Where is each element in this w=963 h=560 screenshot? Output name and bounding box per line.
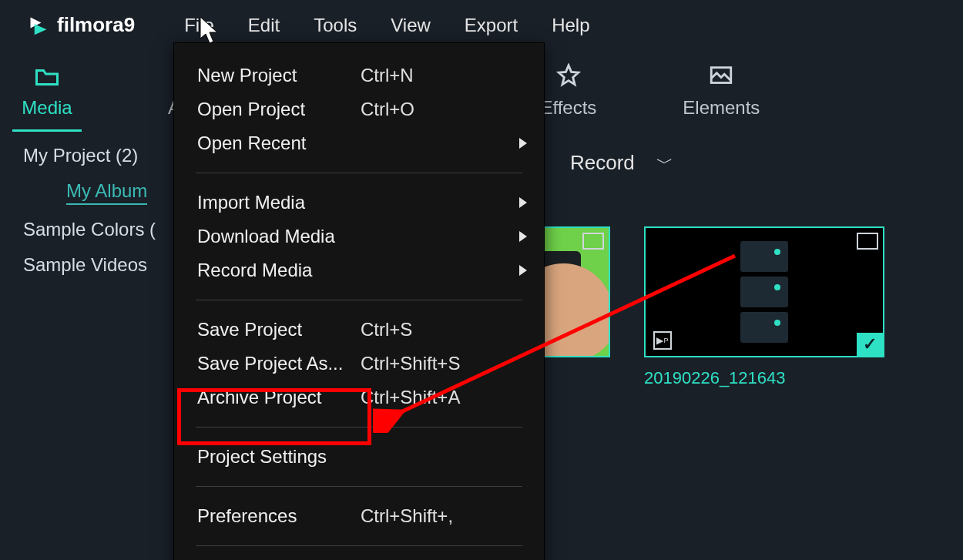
menu-help[interactable]: Help [552, 15, 589, 36]
file-menu-archive-project[interactable]: Archive Project Ctrl+Shift+A [174, 381, 544, 414]
clip-type-icon [582, 233, 604, 250]
menu-view[interactable]: View [391, 15, 431, 36]
file-menu-project-settings[interactable]: Project Settings [174, 440, 544, 474]
sidebar-item-my-album[interactable]: My Album [23, 180, 156, 205]
logo-mark-icon [28, 15, 49, 36]
file-menu-dropdown: New Project Ctrl+N Open Project Ctrl+O O… [173, 42, 545, 560]
record-dropdown[interactable]: Record ﹀ [570, 151, 673, 175]
svg-marker-1 [35, 24, 47, 35]
submenu-arrow-icon [519, 265, 527, 276]
media-thumb-1[interactable]: ▶P ✓ [644, 226, 884, 357]
tab-effects-label: Effects [540, 97, 596, 119]
file-menu-record-media[interactable]: Record Media [174, 253, 544, 287]
play-icon[interactable]: ▶P [653, 331, 672, 350]
sidebar-item-sample-videos[interactable]: Sample Videos [23, 254, 156, 276]
tab-elements[interactable]: Elements [683, 62, 760, 119]
menu-file[interactable]: File [184, 15, 214, 36]
media-thumb-1-caption: 20190226_121643 [644, 368, 786, 388]
tab-effects[interactable]: Effects [540, 62, 596, 119]
submenu-arrow-icon [519, 197, 527, 208]
file-menu-save-project-as[interactable]: Save Project As... Ctrl+Shift+S [174, 347, 544, 381]
folder-icon [32, 62, 62, 91]
submenu-arrow-icon [519, 231, 527, 242]
file-menu-import-media[interactable]: Import Media [174, 186, 544, 220]
image-icon [706, 62, 736, 91]
sidebar-item-my-project[interactable]: My Project (2) [23, 145, 156, 166]
chevron-down-icon: ﹀ [656, 152, 673, 175]
file-menu-new-project[interactable]: New Project Ctrl+N [174, 59, 544, 92]
app-logo: filmora9 [28, 13, 135, 37]
menu-bar: File Edit Tools View Export Help [184, 15, 589, 36]
star-icon [554, 62, 583, 91]
file-menu-open-project[interactable]: Open Project Ctrl+O [174, 92, 544, 126]
menu-edit[interactable]: Edit [248, 15, 280, 36]
file-menu-save-project[interactable]: Save Project Ctrl+S [174, 313, 544, 347]
app-name: filmora9 [57, 13, 135, 37]
submenu-arrow-icon [519, 138, 527, 149]
file-menu-preferences[interactable]: Preferences Ctrl+Shift+, [174, 499, 544, 533]
selected-check-icon: ✓ [857, 333, 883, 356]
sidebar: My Project (2) My Album Sample Colors ( … [23, 145, 156, 290]
clip-type-icon [857, 233, 878, 250]
sidebar-item-sample-colors[interactable]: Sample Colors ( [23, 219, 156, 240]
record-dropdown-label: Record [570, 151, 635, 175]
menu-export[interactable]: Export [465, 15, 518, 36]
media-thumb-partial[interactable] [544, 226, 610, 357]
tab-elements-label: Elements [683, 97, 760, 119]
sidebar-item-my-album-label: My Album [66, 180, 147, 205]
file-menu-download-media[interactable]: Download Media [174, 220, 544, 253]
menu-tools[interactable]: Tools [314, 15, 357, 36]
tab-media-label: Media [22, 97, 72, 119]
file-menu-open-recent[interactable]: Open Recent [174, 126, 544, 160]
tab-media[interactable]: Media [12, 62, 82, 132]
